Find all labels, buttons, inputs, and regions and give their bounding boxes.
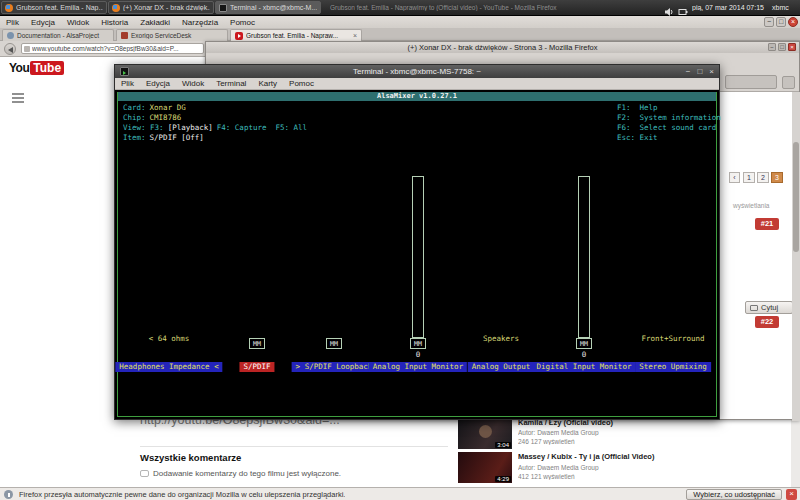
- pagination-prev-icon[interactable]: ‹: [729, 172, 740, 183]
- scrollbar-thumb[interactable]: [793, 142, 799, 252]
- youtube-logo[interactable]: You Tube: [9, 61, 64, 75]
- forum-views-text: wyświetlania: [733, 202, 770, 209]
- volume-bar-analog-input-monitor: [412, 176, 424, 338]
- chip-value: CMI8786: [150, 113, 182, 122]
- taskbar-label: (+) Xonar DX - brak dźwięk...: [123, 4, 210, 11]
- menu-pomoc[interactable]: Pomoc: [283, 79, 320, 88]
- minimize-button[interactable]: −: [768, 43, 776, 51]
- db-value: 0: [582, 350, 587, 359]
- mute-indicator-spdif-loopback: MM: [326, 338, 342, 349]
- taskbar-label: Terminal - xbmc@xbmc-M...: [230, 4, 317, 11]
- menu-pomoc[interactable]: Pomoc: [224, 18, 261, 27]
- quote-label: Cytuj: [761, 303, 778, 312]
- view-label: View: F3:: [123, 123, 164, 132]
- help-f1: F1: Help: [617, 103, 721, 113]
- close-button[interactable]: ×: [788, 43, 796, 51]
- maximize-button[interactable]: □: [776, 17, 786, 27]
- menu-plik[interactable]: Plik: [0, 18, 25, 27]
- menu-edycja[interactable]: Edycja: [25, 18, 61, 27]
- enum-value-stereo-upmixing: Front+Surround: [641, 334, 704, 343]
- view-extra: F4: Capture F5: All: [217, 123, 307, 132]
- control-spdif-selected[interactable]: S/PDIF: [239, 362, 274, 372]
- tab-close-icon[interactable]: ×: [353, 32, 357, 39]
- taskbar-item-grubson[interactable]: Grubson feat. Emilia - Nap...: [1, 1, 107, 14]
- chip-label: Chip:: [123, 113, 146, 122]
- control-headphones-impedance[interactable]: Headphones Impedance <: [115, 362, 222, 372]
- tab-grubson-youtube[interactable]: Grubson feat. Emilia - Napraw... ×: [230, 29, 362, 41]
- taskbar-item-terminal[interactable]: Terminal - xbmc@xbmc-M...: [215, 1, 321, 14]
- alsamixer-info: Card:Xonar DG Chip:CMI8786 View: F3:[Pla…: [123, 103, 307, 143]
- url-bar[interactable]: www.youtube.com/watch?v=O8epsjfBw30&aid=…: [21, 43, 204, 54]
- toolbar-button[interactable]: [725, 75, 777, 89]
- comment-bubble-icon: [140, 470, 149, 477]
- terminal-window-title: Terminal - xbmc@xbmc-MS-7758: ~: [115, 65, 719, 78]
- menu-terminal[interactable]: Terminal: [210, 79, 252, 88]
- close-button[interactable]: ×: [709, 65, 714, 78]
- related-video-title[interactable]: Massey / Kubix - Ty i ja (Official Video…: [518, 452, 696, 461]
- card-label: Card:: [123, 103, 146, 112]
- related-video-thumbnail[interactable]: 4:29: [458, 452, 512, 483]
- clock: pią, 07 mar 2014 07:15: [692, 4, 770, 11]
- menu-widok[interactable]: Widok: [176, 79, 210, 88]
- menu-edycja[interactable]: Edycja: [140, 79, 176, 88]
- notification-close-icon[interactable]: ×: [786, 489, 797, 500]
- related-video-views: 412 121 wyświetleń: [518, 473, 575, 480]
- duration-badge: 4:29: [495, 476, 511, 482]
- control-analog-output[interactable]: Analog Output: [468, 362, 535, 372]
- control-digital-input-monitor[interactable]: Digital Input Monitor: [533, 362, 636, 372]
- related-video-author: Autor: Dwaem Media Group: [518, 464, 599, 471]
- item-label: Item:: [123, 133, 146, 142]
- alsamixer-screen[interactable]: AlsaMixer v1.0.27.1 Card:Xonar DG Chip:C…: [115, 90, 719, 419]
- comments-header: Wszystkie komentarze: [140, 452, 241, 463]
- menu-zakladki[interactable]: Zakładki: [134, 18, 176, 27]
- menu-narzedzia[interactable]: Narzędzia: [176, 18, 224, 27]
- volume-bar-digital-input-monitor: [578, 176, 590, 338]
- hamburger-menu-icon[interactable]: [12, 93, 24, 105]
- choose-sharing-button[interactable]: Wybierz, co udostępniać: [686, 489, 782, 500]
- help-f6: F6: Select sound card: [617, 123, 721, 133]
- menu-historia[interactable]: Historia: [95, 18, 134, 27]
- related-video-views: 246 127 wyświetleń: [518, 438, 575, 445]
- db-value: 0: [416, 350, 421, 359]
- terminal-window-controls: − □ ×: [686, 65, 714, 78]
- forum-scrollbar[interactable]: [792, 92, 800, 421]
- maximize-button[interactable]: □: [697, 65, 702, 78]
- pagination-page-1[interactable]: 1: [743, 172, 755, 183]
- taskbar-item-xonar[interactable]: (+) Xonar DX - brak dźwięk...: [108, 1, 214, 14]
- tab-label: Documentation - AlsaProject: [17, 32, 109, 39]
- window-controls: − □ ×: [764, 17, 798, 27]
- back-icon[interactable]: [4, 43, 16, 55]
- menu-widok[interactable]: Widok: [61, 18, 95, 27]
- thumbnail-face: [479, 425, 492, 438]
- comments-disabled-text: Dodawanie komentarzy do tego filmu jest …: [153, 469, 341, 478]
- toolbar-button[interactable]: [782, 76, 795, 89]
- session-user-label: xbmc: [772, 4, 789, 11]
- menu-karty[interactable]: Karty: [252, 79, 283, 88]
- control-analog-input-monitor[interactable]: Analog Input Monitor: [369, 362, 467, 372]
- firefox-icon: [5, 4, 13, 12]
- tab-documentation-alsaproject[interactable]: Documentation - AlsaProject: [2, 29, 114, 41]
- help-f2: F2: System information: [617, 113, 721, 123]
- control-spdif-loopback[interactable]: > S/PDIF Loopback: [292, 362, 377, 372]
- related-video-thumbnail[interactable]: 3:04: [458, 418, 512, 449]
- menu-plik[interactable]: Plik: [115, 79, 140, 88]
- pagination-page-3-current[interactable]: 3: [771, 172, 783, 183]
- url-text: www.youtube.com/watch?v=O8epsjfBw30&aid=…: [32, 45, 179, 52]
- quote-button[interactable]: Cytuj: [745, 301, 793, 314]
- minimize-button[interactable]: −: [764, 17, 774, 27]
- site-favicon-icon: [24, 46, 30, 52]
- maximize-button[interactable]: □: [778, 43, 786, 51]
- post-number-badge[interactable]: #22: [755, 316, 779, 328]
- control-stereo-upmixing[interactable]: Stereo Upmixing: [635, 362, 711, 372]
- card-value: Xonar DG: [150, 103, 186, 112]
- power-icon[interactable]: [678, 3, 688, 21]
- terminal-menubar: Plik Edycja Widok Terminal Karty Pomoc: [115, 78, 719, 90]
- close-button[interactable]: ×: [788, 17, 798, 27]
- tab-label: Exorigo ServiceDesk: [131, 32, 223, 39]
- tab-exorigo-servicedesk[interactable]: Exorigo ServiceDesk: [116, 29, 228, 41]
- speaker-icon[interactable]: [664, 3, 674, 21]
- post-number-badge[interactable]: #21: [755, 218, 779, 230]
- pagination-page-2[interactable]: 2: [757, 172, 769, 183]
- mute-indicator-spdif: MM: [249, 338, 265, 349]
- minimize-button[interactable]: −: [686, 65, 691, 78]
